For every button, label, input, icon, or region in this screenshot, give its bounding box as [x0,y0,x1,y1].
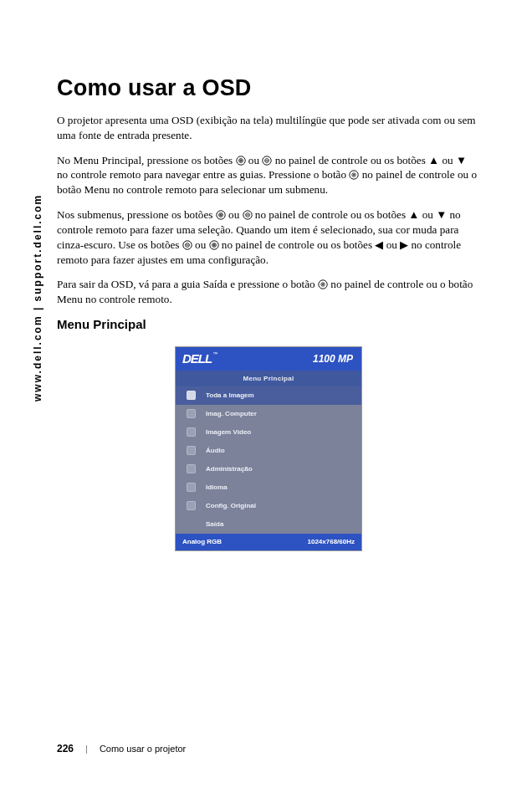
svg-point-26 [322,284,324,285]
osd-item-icon [176,391,206,400]
paragraph-2: No Menu Principal, pressione os botões o… [57,153,480,197]
osd-item-label: Toda a Imagem [206,391,361,399]
osd-item-label: Imag. Computer [206,410,361,417]
footer-separator: | [85,744,88,754]
content-area: Como usar a OSD O projetor apresenta uma… [57,75,480,551]
osd-footer-left: Analog RGB [182,538,222,545]
osd-model: 1100 MP [313,353,353,365]
text-span: Nos submenus, pressione os botões [57,208,216,221]
plus-button-icon [216,210,226,220]
text-span: ou [248,154,262,166]
osd-footer-right: 1024x768/60Hz [308,538,356,545]
osd-item-label: Imagem Vídeo [206,428,361,436]
osd-item-label: Config. Original [206,502,361,509]
osd-item-administracao: Administração [176,460,361,478]
minus-button-icon [262,156,272,166]
osd-panel: DELL™ 1100 MP Menu Principal Toda a Imag… [175,346,362,551]
footer-section-title: Como usar o projetor [100,744,186,754]
dell-logo: DELL™ [182,351,217,366]
text-span: No Menu Principal, pressione os botões [57,154,236,166]
osd-footer: Analog RGB 1024x768/60Hz [176,534,361,550]
osd-item-toda-a-imagem: Toda a Imagem [176,386,361,405]
osd-item-label: Saída [206,520,361,528]
side-url-text: www.dell.com | support.dell.com [32,194,43,402]
plus-button-icon [236,156,246,166]
enter-button-icon [349,170,359,180]
text-span: ou [195,238,208,251]
osd-item-icon [176,464,206,473]
osd-item-icon [176,483,206,492]
osd-item-label: Idioma [206,483,361,491]
page-footer: 226 | Como usar o projetor [57,743,186,755]
osd-item-icon [176,446,206,455]
paragraph-4: Para sair da OSD, vá para a guia Saída e… [57,277,480,307]
trademark-symbol: ™ [212,351,217,356]
osd-item-saida: Saída [176,515,361,534]
page-number: 226 [57,743,74,755]
svg-point-9 [353,175,355,176]
paragraph-3: Nos submenus, pressione os botões ou no … [57,207,480,267]
osd-item-icon [176,427,206,437]
paragraph-1: O projetor apresenta uma OSD (exibição n… [57,113,480,143]
page-heading: Como usar a OSD [57,75,480,101]
osd-header: DELL™ 1100 MP [176,347,361,371]
osd-item-imag-computer: Imag. Computer [176,405,361,423]
dell-logo-text: DELL [182,351,212,366]
osd-title: Menu Principal [176,371,361,386]
osd-item-idioma: Idioma [176,478,361,497]
text-span: ou [228,208,242,221]
document-page: www.dell.com | support.dell.com Como usa… [0,0,532,798]
osd-screenshot-wrap: DELL™ 1100 MP Menu Principal Toda a Imag… [57,343,480,551]
osd-menu-list: Toda a Imagem Imag. Computer Imagem Víde… [176,386,361,534]
osd-item-label: Administração [206,465,361,473]
osd-item-icon [176,409,206,418]
subheading-menu-principal: Menu Principal [57,317,480,331]
text-span: Para sair da OSD, vá para a guia Saída e… [57,278,318,290]
plus-button-icon [209,240,219,250]
enter-button-icon [318,279,328,289]
osd-item-label: Áudio [206,447,361,454]
minus-button-icon [182,240,192,250]
minus-button-icon [243,210,253,220]
osd-item-icon [176,501,206,510]
osd-item-imagem-video: Imagem Vídeo [176,423,361,442]
osd-item-config-original: Config. Original [176,497,361,515]
osd-item-audio: Áudio [176,442,361,460]
